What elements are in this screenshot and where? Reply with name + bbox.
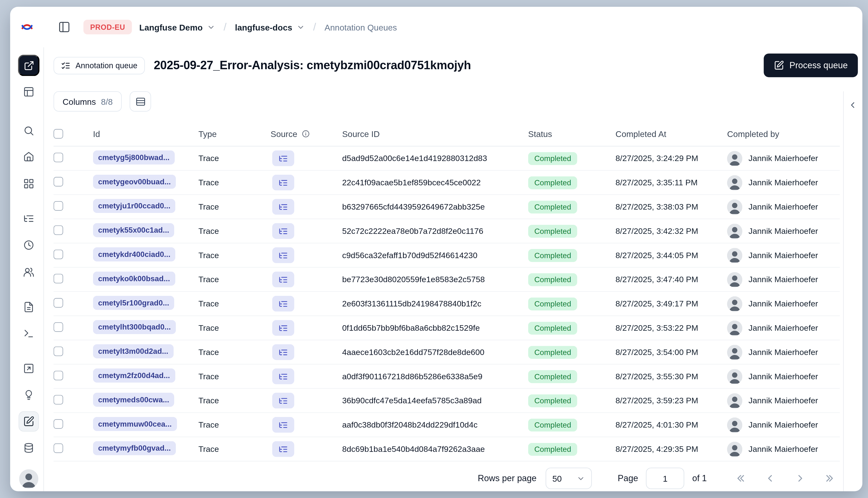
trace-source-chip[interactable]	[272, 247, 294, 263]
table-row[interactable]: cmetyju1r00ccad0... Trace b63297665cfd44…	[54, 195, 840, 219]
sidebar-item-playground[interactable]	[18, 324, 39, 344]
item-type: Trace	[198, 202, 271, 211]
row-checkbox[interactable]	[54, 443, 63, 453]
page-number-input[interactable]	[646, 468, 684, 489]
item-id-badge[interactable]: cmetylht300bqad0...	[93, 320, 176, 334]
project-switcher[interactable]: langfuse-docs	[235, 22, 305, 32]
trace-source-chip[interactable]	[272, 272, 294, 287]
item-id-badge[interactable]: cmetyk55x00c1ad...	[93, 223, 174, 237]
completed-at-value: 8/27/2025, 3:49:17 PM	[616, 299, 727, 309]
table-row[interactable]: cmetylt3m00d2ad... Trace 4aaece1603cb2e1…	[54, 340, 840, 365]
table-row[interactable]: cmetymmuw00cea... Trace aaf0c38db0f3f204…	[54, 413, 840, 437]
item-id-badge[interactable]: cmetymmuw00cea...	[93, 417, 177, 431]
table-row[interactable]: cmetylht300bqad0... Trace 0f1dd65b7bb9bf…	[54, 316, 840, 340]
row-height-button[interactable]	[130, 91, 151, 112]
collapse-panel-button[interactable]	[845, 97, 861, 113]
sidebar-item-annotation-queues[interactable]	[18, 411, 39, 431]
sidebar-item-tracing[interactable]	[18, 208, 39, 228]
table-row[interactable]: cmetym2fz00d4ad... Trace a0df3f901167218…	[54, 365, 840, 389]
item-id-badge[interactable]: cmetykdr400ciad0...	[93, 247, 176, 262]
sidebar-item-prompts[interactable]	[18, 297, 39, 317]
rows-per-page-select[interactable]: 50	[546, 468, 592, 489]
table-row[interactable]: cmetyk55x00c1ad... Trace 52c72c2222ea78e…	[54, 219, 840, 244]
sidebar-item-dashboards[interactable]	[18, 173, 39, 194]
row-checkbox[interactable]	[54, 346, 63, 356]
row-checkbox[interactable]	[54, 371, 63, 380]
row-checkbox[interactable]	[54, 395, 63, 405]
table-row[interactable]: cmetymyfb00gvad... Trace 8dc69b1ba1e540b…	[54, 437, 840, 461]
columns-button[interactable]: Columns 8/8	[54, 91, 122, 112]
table-header-row: Id Type Source Source ID Status Complete…	[54, 122, 840, 146]
sidebar-item-insights[interactable]	[18, 385, 39, 405]
database-icon	[23, 442, 34, 454]
sidebar-toggle-button[interactable]	[56, 18, 73, 35]
sidebar-item-open-in-new[interactable]	[18, 55, 39, 76]
body-row: Annotation queue 2025-09-27_Error-Analys…	[10, 47, 862, 491]
next-page-button[interactable]	[790, 469, 809, 488]
row-checkbox[interactable]	[54, 322, 63, 332]
chevron-left-icon	[765, 473, 776, 484]
trace-source-chip[interactable]	[272, 344, 294, 360]
list-tree-icon	[278, 202, 288, 211]
table-row[interactable]: cmetyl5r100grad0... Trace 2e603f31361115…	[54, 292, 840, 316]
sidebar-item-tables[interactable]	[18, 82, 39, 102]
row-checkbox[interactable]	[54, 177, 63, 186]
previous-page-button[interactable]	[761, 469, 780, 488]
select-all-checkbox[interactable]	[54, 129, 63, 139]
trace-source-chip[interactable]	[272, 417, 294, 433]
completed-by-name: Jannik Maierhoefer	[749, 445, 818, 454]
completed-at-value: 8/27/2025, 3:59:23 PM	[616, 396, 727, 405]
row-checkbox[interactable]	[54, 274, 63, 283]
sidebar-item-sessions[interactable]	[18, 235, 39, 255]
first-page-button[interactable]	[732, 469, 751, 488]
item-id-badge[interactable]: cmetyko0k00bsad...	[93, 272, 175, 286]
trace-source-chip[interactable]	[272, 199, 294, 215]
table-row[interactable]: cmetyg5j800bwad... Trace d5ad9d52a00c6e1…	[54, 146, 840, 171]
row-checkbox[interactable]	[54, 249, 63, 259]
sidebar-item-search[interactable]	[18, 121, 39, 141]
info-icon[interactable]	[301, 130, 310, 138]
table-row[interactable]: cmetymeds00cwa... Trace 36b90cdfc47e5da1…	[54, 389, 840, 413]
pagination-bar: Rows per page 50 Page of 1	[54, 466, 840, 491]
queue-type-badge[interactable]: Annotation queue	[54, 57, 145, 74]
trace-source-chip[interactable]	[272, 175, 294, 191]
row-checkbox[interactable]	[54, 225, 63, 235]
trace-source-chip[interactable]	[272, 223, 294, 239]
process-queue-button[interactable]: Process queue	[763, 54, 858, 77]
avatar-silhouette-icon	[727, 248, 742, 263]
org-switcher[interactable]: Langfuse Demo	[139, 22, 215, 32]
table-row[interactable]: cmetygeov00buad... Trace 22c41f09acae5b1…	[54, 171, 840, 195]
user-avatar[interactable]	[19, 469, 38, 489]
completed-at-value: 8/27/2025, 3:35:11 PM	[616, 178, 727, 187]
sidebar-item-datasets[interactable]	[18, 438, 39, 458]
sidebar-item-evaluation[interactable]	[18, 358, 39, 379]
table-row[interactable]: cmetykdr400ciad0... Trace c9d56ca32efaff…	[54, 244, 840, 268]
item-id-badge[interactable]: cmetymeds00cwa...	[93, 393, 174, 407]
completed-by-avatar	[727, 393, 742, 408]
trace-source-chip[interactable]	[272, 393, 294, 409]
item-id-badge[interactable]: cmetym2fz00d4ad...	[93, 368, 175, 383]
chevrons-left-icon	[736, 473, 747, 484]
table-row[interactable]: cmetyko0k00bsad... Trace be7723e30d80205…	[54, 267, 840, 292]
last-page-button[interactable]	[819, 469, 839, 488]
item-id-badge[interactable]: cmetymyfb00gvad...	[93, 441, 176, 455]
item-id-badge[interactable]: cmetyg5j800bwad...	[93, 150, 174, 165]
item-id-badge[interactable]: cmetyl5r100grad0...	[93, 296, 174, 310]
sidebar-item-home[interactable]	[18, 146, 39, 167]
source-id-value: 0f1dd65b7bb9bf6ba8a6cbb82c1529fe	[342, 324, 528, 333]
row-checkbox[interactable]	[54, 153, 63, 162]
trace-source-chip[interactable]	[272, 320, 294, 336]
trace-source-chip[interactable]	[272, 368, 294, 384]
item-id-badge[interactable]: cmetylt3m00d2ad...	[93, 344, 173, 358]
row-checkbox[interactable]	[54, 201, 63, 211]
row-checkbox[interactable]	[54, 298, 63, 307]
completed-by-avatar	[727, 442, 742, 457]
row-checkbox[interactable]	[54, 419, 63, 429]
item-id-badge[interactable]: cmetyju1r00ccad0...	[93, 199, 176, 213]
source-id-value: 2e603f31361115db24198478840b1f2c	[342, 299, 528, 309]
sidebar-item-users[interactable]	[18, 262, 39, 282]
trace-source-chip[interactable]	[272, 150, 294, 166]
trace-source-chip[interactable]	[272, 296, 294, 312]
item-id-badge[interactable]: cmetygeov00buad...	[93, 175, 176, 189]
trace-source-chip[interactable]	[272, 441, 294, 457]
